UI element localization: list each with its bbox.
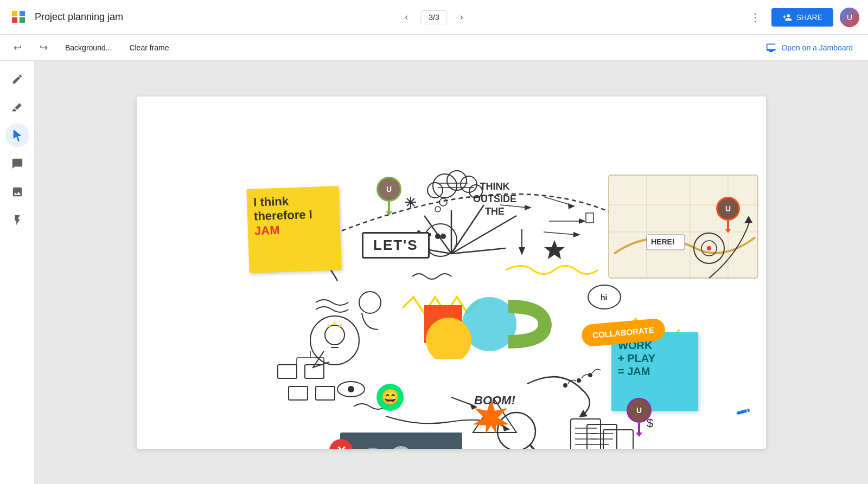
eraser-icon <box>11 101 23 113</box>
select-tool[interactable] <box>5 124 29 147</box>
svg-line-8 <box>451 216 516 254</box>
sticky-note-think-text: I think therefore I JAM <box>253 194 312 237</box>
sticky-note-think[interactable]: I think therefore I JAM <box>246 186 341 273</box>
think-outside-label: THINKOUTSIDETHE <box>473 180 516 218</box>
next-frame-button[interactable]: › <box>452 8 471 27</box>
svg-line-18 <box>339 325 342 327</box>
svg-marker-88 <box>525 205 532 210</box>
svg-rect-1 <box>20 11 25 16</box>
svg-marker-94 <box>573 232 580 237</box>
app-title: Project planning jam <box>35 11 745 23</box>
collaborate-text: COLLABORATE <box>592 325 654 340</box>
frame-counter[interactable]: 3/3 <box>420 10 447 24</box>
svg-point-12 <box>348 386 354 392</box>
open-jamboard-button[interactable]: Open on a Jamboard <box>760 39 859 56</box>
svg-point-67 <box>577 378 581 383</box>
svg-point-26 <box>427 183 443 198</box>
svg-point-43 <box>435 234 441 239</box>
avatar-pin-green: U <box>376 177 401 216</box>
svg-point-22 <box>433 174 457 198</box>
note-icon <box>11 158 23 170</box>
pen-icon <box>11 73 23 85</box>
more-options-button[interactable]: ⋮ <box>745 8 765 27</box>
app-logo <box>9 8 28 27</box>
svg-rect-61 <box>316 386 335 400</box>
open-jamboard-label: Open on a Jamboard <box>781 43 853 52</box>
chevron-right-icon: › <box>460 11 463 23</box>
person-add-icon <box>782 12 792 22</box>
image-icon <box>11 186 23 198</box>
share-label: SHARE <box>796 13 822 22</box>
avatar-pin-purple: U <box>627 398 652 437</box>
main-area: hi <box>0 61 868 484</box>
user-avatar[interactable]: U <box>840 8 859 27</box>
smiley-sticker: 😄 <box>376 384 404 411</box>
sticky-note-work[interactable]: WORK+ PLAY= JAM <box>611 332 698 411</box>
monitor-icon <box>766 42 777 53</box>
share-button[interactable]: SHARE <box>771 8 833 27</box>
side-toolbar <box>0 61 35 484</box>
svg-point-68 <box>588 373 592 377</box>
lets-label: LET'S <box>362 232 430 259</box>
svg-rect-60 <box>289 386 308 400</box>
clear-frame-button[interactable]: Clear frame <box>125 41 173 54</box>
google-logo-graphic <box>408 289 560 362</box>
svg-point-30 <box>435 206 441 212</box>
svg-text:HERE!: HERE! <box>651 237 675 246</box>
avatar-pin-orange: U <box>716 197 740 233</box>
svg-rect-0 <box>12 17 17 23</box>
svg-line-81 <box>530 445 542 449</box>
undo-icon: ↩ <box>14 42 22 54</box>
laser-tool[interactable] <box>5 208 29 232</box>
svg-point-66 <box>563 383 567 388</box>
svg-line-95 <box>451 397 473 405</box>
header-actions: ⋮ SHARE U <box>745 8 859 27</box>
boom-label: BOOM! <box>474 393 515 408</box>
image-tool[interactable] <box>5 180 29 204</box>
svg-point-29 <box>439 198 447 206</box>
svg-marker-31 <box>544 240 565 259</box>
svg-point-14 <box>325 325 344 345</box>
sticky-note-tool[interactable] <box>5 152 29 176</box>
more-vert-icon: ⋮ <box>750 11 761 24</box>
canvas-frame[interactable]: hi <box>137 96 766 449</box>
svg-line-93 <box>544 232 576 235</box>
svg-rect-2 <box>12 11 17 16</box>
toolbar-right: Open on a Jamboard <box>760 39 859 56</box>
eraser-tool[interactable] <box>5 95 29 119</box>
svg-line-19 <box>328 325 330 327</box>
select-icon <box>11 130 23 141</box>
sticky-note-work-text: WORK+ PLAY= JAM <box>618 339 655 377</box>
laser-icon <box>11 214 23 226</box>
svg-rect-3 <box>20 17 25 23</box>
toolbar-row: ↩ ↪ Background... Clear frame Open on a … <box>0 35 868 61</box>
svg-point-32 <box>359 292 381 313</box>
redo-icon: ↪ <box>40 42 48 54</box>
canvas-area[interactable]: hi <box>35 61 868 484</box>
photo-image <box>340 433 462 449</box>
app-header: Project planning jam ‹ 3/3 › ⋮ SHARE U <box>0 0 868 35</box>
redo-button[interactable]: ↪ <box>35 39 52 56</box>
svg-rect-45 <box>586 213 593 223</box>
chevron-left-icon: ‹ <box>405 11 408 23</box>
svg-marker-92 <box>579 218 586 224</box>
frame-navigation: ‹ 3/3 › <box>397 8 471 27</box>
svg-marker-86 <box>519 247 525 255</box>
svg-marker-90 <box>568 203 575 209</box>
svg-rect-58 <box>278 365 297 378</box>
background-button[interactable]: Background... <box>61 41 116 54</box>
prev-frame-button[interactable]: ‹ <box>397 8 416 27</box>
svg-point-56 <box>707 246 711 250</box>
svg-text:hi: hi <box>601 293 607 302</box>
svg-point-44 <box>441 234 446 239</box>
undo-button[interactable]: ↩ <box>9 39 26 56</box>
pen-tool[interactable] <box>5 67 29 91</box>
